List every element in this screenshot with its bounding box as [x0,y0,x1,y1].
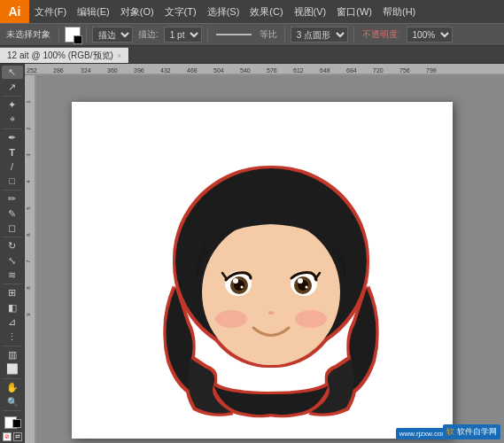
svg-text:324: 324 [81,67,91,74]
graph-btn[interactable]: ▥ [2,348,23,361]
toolbox: ↖ ↗ ✦ ⌖ ✒ T / □ ✏ ✎ ◻ ↻ ⤡ ≋ ⊞ ◧ ⊿ ⋮ ▥ ⬜ … [0,64,25,443]
none-indicator[interactable]: ⊘ [3,432,12,441]
eraser-btn[interactable]: ◻ [2,222,23,235]
pencil-btn[interactable]: ✎ [2,206,23,220]
ruler-vertical: 1 2 3 4 5 6 7 8 9 [25,75,36,443]
stroke-width-select[interactable]: 1 pt [164,27,202,43]
svg-point-35 [233,278,238,284]
svg-text:360: 360 [107,67,118,74]
svg-text:504: 504 [213,67,224,74]
menu-edit[interactable]: 编辑(E) [72,0,115,23]
line-style[interactable] [213,26,254,43]
rect-btn[interactable]: □ [2,175,23,188]
toolbar-sep5 [353,27,354,43]
tool-div1 [3,96,22,97]
tool-div4 [3,237,22,237]
none-swap-row: ⊘ ⇄ [3,432,22,441]
opacity-select[interactable]: 100% [407,27,453,43]
zoom-btn[interactable]: 🔍 [2,395,23,408]
svg-point-44 [268,311,274,315]
lasso-btn[interactable]: ⌖ [2,113,23,126]
svg-point-31 [202,220,340,365]
tool-div7 [3,378,22,379]
menu-file[interactable]: 文件(F) [29,0,72,23]
menu-effect[interactable]: 效果(C) [244,0,288,23]
svg-text:468: 468 [187,67,198,74]
warp-btn[interactable]: ≋ [2,268,23,282]
stroke-color[interactable] [12,419,21,428]
stroke-label: 描边: [136,28,160,41]
pen-btn[interactable]: ✒ [2,130,23,144]
tool-div8 [3,410,22,411]
canvas-content [36,75,504,443]
svg-text:684: 684 [346,67,357,74]
toolbar-sep4 [284,27,285,43]
eyedropper-btn[interactable]: ⊿ [2,315,23,329]
svg-text:720: 720 [373,67,384,74]
character-illustration [143,146,399,421]
artboard [72,102,453,439]
paintbrush-btn[interactable]: ✏ [2,192,23,206]
swap-colors-btn[interactable]: ⇄ [13,432,22,441]
direct-select-btn[interactable]: ↗ [2,80,23,93]
tab-name: 12 ait [7,51,28,60]
watermark-text: 软件自学网 [457,427,497,436]
opacity-highlight: 不透明度: [360,28,403,41]
gradient-btn[interactable]: ◧ [2,301,23,315]
svg-text:648: 648 [320,67,330,74]
app-logo: Ai [0,0,29,23]
svg-point-36 [241,286,244,289]
watermark-site-icon: 软 [446,427,454,436]
line-btn[interactable]: / [2,159,23,173]
svg-point-45 [215,310,247,328]
menu-select[interactable]: 选择(S) [202,0,245,23]
scale-btn[interactable]: ⤡ [2,254,23,268]
no-selection-label: 未选择对象 [4,26,53,43]
tool-div6 [3,346,22,346]
toolbar: 未选择对象 描边 描边: 1 pt 等比 3 点圆形 不透明度: 100% [0,23,504,46]
toolbar-sep1 [58,27,59,43]
svg-text:576: 576 [267,67,277,74]
type-btn[interactable]: T [2,145,23,159]
ruler-horizontal: 252 286 324 360 396 432 468 504 540 576 … [25,64,504,75]
svg-text:396: 396 [134,67,144,74]
mesh-btn[interactable]: ⊞ [2,286,23,299]
svg-text:432: 432 [160,67,171,74]
active-tab[interactable]: 12 ait @ 100% (RGB/预览) × [0,47,129,63]
watermark-badge: 软 软件自学网 [443,424,500,439]
blend-btn[interactable]: ⋮ [2,330,23,344]
tab-bar: 12 ait @ 100% (RGB/预览) × [0,46,504,64]
select-tool-btn[interactable]: ↖ [2,66,23,79]
rotate-btn[interactable]: ↻ [2,239,23,253]
svg-text:540: 540 [240,67,251,74]
hand-btn[interactable]: ✋ [2,380,23,393]
artboard-btn[interactable]: ⬜ [2,362,23,376]
menu-bar: Ai 文件(F) 编辑(E) 对象(O) 文字(T) 选择(S) 效果(C) 视… [0,0,504,23]
menu-window[interactable]: 窗口(W) [331,0,377,23]
tab-detail: @ 100% (RGB/预览) [31,50,112,62]
tool-div2 [3,128,22,129]
menu-type[interactable]: 文字(T) [159,0,202,23]
main-area: ↖ ↗ ✦ ⌖ ✒ T / □ ✏ ✎ ◻ ↻ ⤡ ≋ ⊞ ◧ ⊿ ⋮ ▥ ⬜ … [0,64,504,443]
tool-div5 [3,284,22,284]
fill-swatch[interactable] [65,27,81,43]
toolbar-sep2 [86,27,87,43]
ratio-label: 等比 [258,28,279,41]
svg-point-41 [298,278,303,284]
toolbar-sep3 [207,27,208,43]
svg-point-46 [295,310,327,328]
stroke-type-select[interactable]: 描边 [92,27,133,43]
tab-close-btn[interactable]: × [117,51,121,60]
svg-text:286: 286 [53,67,64,74]
kawaii-character-svg [143,146,399,421]
shape-select[interactable]: 3 点圆形 [291,27,348,43]
magic-wand-btn[interactable]: ✦ [2,98,23,112]
canvas-area[interactable]: 252 286 324 360 396 432 468 504 540 576 … [25,64,504,443]
menu-view[interactable]: 视图(V) [289,0,332,23]
svg-text:252: 252 [27,67,37,74]
menu-help[interactable]: 帮助(H) [377,0,421,23]
svg-text:612: 612 [293,67,304,74]
svg-text:799: 799 [426,67,437,74]
menu-object[interactable]: 对象(O) [115,0,159,23]
color-swatch-area[interactable] [3,415,22,430]
